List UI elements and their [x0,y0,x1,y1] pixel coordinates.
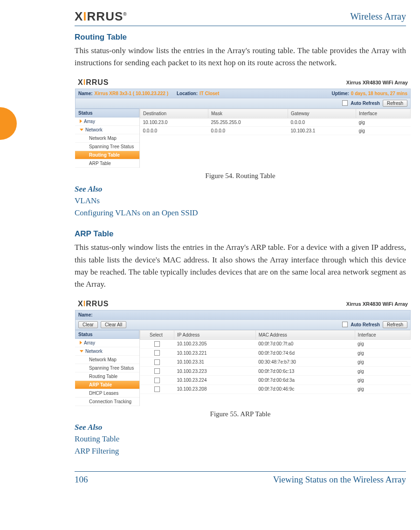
doc-title: Wireless Array [350,11,406,22]
clear-all-button[interactable]: Clear All [101,321,126,328]
uptime-label: Uptime: [332,91,349,96]
link-routing-table[interactable]: Routing Table [75,433,406,445]
sidebar-item-network[interactable]: Network [75,347,139,356]
logo-reg: ® [123,12,127,17]
sidebar-item-network-map[interactable]: Network Map [75,356,139,364]
location-label: Location: [177,91,198,96]
header-rule [75,26,406,26]
logo-suffix: RRUS [87,9,124,23]
uptime-value: 0 days, 18 hours, 27 mins [351,91,407,96]
sidebar-item-stp[interactable]: Spanning Tree Status [75,143,139,151]
refresh-button[interactable]: Refresh [383,321,407,328]
sidebar-head: Status [75,109,139,117]
link-config-vlans[interactable]: Configuring VLANs on an Open SSID [75,207,406,219]
footer-rule [75,471,406,472]
refresh-button[interactable]: Refresh [383,100,407,107]
sidebar-item-conn-tracking[interactable]: Connection Tracking [75,398,139,406]
table-row: 10.100.23.22400:0f:7d:00:6d:3agig [140,376,411,385]
name-value: Xirrus XR8 3x3-1 ( 10.100.23.222 ) [95,91,168,96]
table-row: 10.100.23.22100:0f:7d:00:74:6dgig [140,349,411,358]
col-ip: IP Address [174,330,256,339]
link-vlans[interactable]: VLANs [75,195,406,207]
sidebar-item-array[interactable]: Array [75,117,139,126]
sidebar-head: Status [75,330,139,339]
sidebar-item-arp-table[interactable]: ARP Table [75,381,139,389]
product-name: Xirrus XR4830 WiFi Array [346,80,408,85]
name-label: Name: [78,91,93,96]
logo-i: I [83,9,87,23]
product-name: Xirrus XR4830 WiFi Array [346,301,408,307]
row-select-checkbox[interactable] [154,350,160,356]
table-row: 0.0.0.0 0.0.0.0 10.100.23.1 gig [140,126,411,135]
figure-caption-54: Figure 54. Routing Table [75,172,406,180]
sidebar-item-arp-table[interactable]: ARP Table [75,159,139,168]
col-mac: MAC Address [255,330,355,339]
arp-table: Select IP Address MAC Address Interface … [140,330,411,394]
row-select-checkbox[interactable] [154,368,160,374]
figure-caption-55: Figure 55. ARP Table [75,410,406,418]
section-title-routing: Routing Table [75,33,406,42]
section-body-routing: This status-only window lists the entrie… [75,45,406,69]
logo-prefix: X [75,9,83,23]
figure-arp-table: XIRRUS Xirrus XR4830 WiFi Array Name: Cl… [75,296,411,406]
tri-down-icon [80,129,83,131]
figure-routing-table: XIRRUS Xirrus XR4830 WiFi Array Name: Xi… [75,75,411,168]
section-title-arp: ARP Table [75,229,406,239]
sidebar: Status Array Network Network Map Spannin… [75,330,140,406]
auto-refresh-label: Auto Refresh [351,322,380,327]
sidebar-item-array[interactable]: Array [75,339,139,347]
side-tab [0,107,17,140]
toolbar: Auto Refresh Refresh [75,98,411,109]
col-destination: Destination [140,109,208,118]
sidebar-item-routing-table[interactable]: Routing Table [75,151,139,159]
clear-button[interactable]: Clear [78,321,98,328]
col-gateway: Gateway [288,109,356,118]
sidebar-item-routing-table[interactable]: Routing Table [75,372,139,381]
info-bar: Name: [75,310,411,320]
brand-logo: XIRRUS® [75,9,127,24]
sidebar-item-network-map[interactable]: Network Map [75,134,139,143]
row-select-checkbox[interactable] [154,378,160,383]
table-row: 10.100.23.20800:0f:7d:00:46:9cgig [140,385,411,393]
info-bar: Name: Xirrus XR8 3x3-1 ( 10.100.23.222 )… [75,89,411,98]
auto-refresh-label: Auto Refresh [351,101,380,106]
see-also-heading: See Also [75,423,406,432]
table-row: 10.100.23.20500:0f:7d:00:7f:a0gig [140,339,411,348]
toolbar: Clear Clear All Auto Refresh Refresh [75,320,411,330]
auto-refresh-checkbox[interactable] [342,100,348,106]
auto-refresh-checkbox[interactable] [342,322,348,327]
chapter-title: Viewing Status on the Wireless Array [273,475,406,485]
routing-table: Destination Mask Gateway Interface 10.10… [140,109,411,135]
name-label: Name: [78,312,93,317]
see-also-heading: See Also [75,185,406,194]
row-select-checkbox[interactable] [154,386,160,392]
sidebar-item-stp[interactable]: Spanning Tree Status [75,364,139,372]
shot-logo: XIRRUS [78,300,109,308]
col-interface: Interface [355,330,410,339]
table-row: 10.100.23.22300:0f:7d:00:6c:13gig [140,366,411,375]
table-row: 10.100.23.0 255.255.255.0 0.0.0.0 gig [140,118,411,126]
link-arp-filtering[interactable]: ARP Filtering [75,445,406,457]
shot-logo: XIRRUS [78,78,109,87]
tri-right-icon [80,119,82,123]
col-select: Select [140,330,174,339]
tri-right-icon [80,341,82,344]
table-row: 10.100.23.3100:30:48:7e:b7:30gig [140,358,411,366]
sidebar-item-dhcp-leases[interactable]: DHCP Leases [75,389,139,398]
sidebar: Status Array Network Network Map Spannin… [75,109,140,168]
section-body-arp: This status-only window lists the entrie… [75,241,406,290]
page-number: 106 [75,475,88,485]
col-interface: Interface [356,109,411,118]
row-select-checkbox[interactable] [154,341,160,347]
col-mask: Mask [208,109,288,118]
row-select-checkbox[interactable] [154,359,160,365]
location-value: IT Closet [200,91,219,96]
sidebar-item-network[interactable]: Network [75,126,139,134]
tri-down-icon [80,350,83,352]
